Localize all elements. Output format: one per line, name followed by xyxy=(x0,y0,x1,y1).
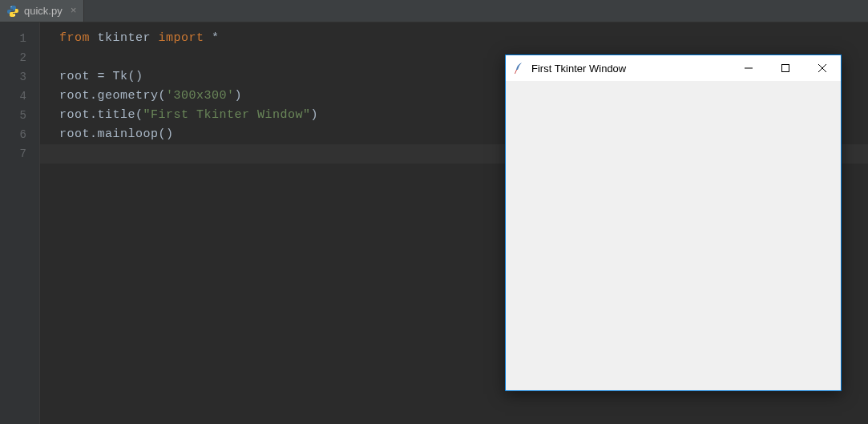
line-number: 7 xyxy=(0,144,26,164)
svg-rect-3 xyxy=(782,65,789,72)
tab-filename: quick.py xyxy=(24,5,63,17)
window-title: First Tkinter Window xyxy=(531,63,730,75)
line-number: 6 xyxy=(0,125,26,144)
tkinter-window-content xyxy=(506,81,841,390)
close-tab-icon[interactable]: × xyxy=(71,5,77,17)
maximize-button[interactable] xyxy=(767,55,804,81)
close-button[interactable] xyxy=(804,55,841,81)
tkinter-feather-icon xyxy=(512,62,525,75)
tab-bar: quick.py × xyxy=(0,0,868,22)
line-number: 3 xyxy=(0,67,26,87)
code-line: from tkinter import * xyxy=(59,29,868,48)
line-number: 2 xyxy=(0,48,26,67)
tkinter-app-window[interactable]: First Tkinter Window xyxy=(505,55,842,391)
python-file-icon xyxy=(6,5,19,18)
minimize-button[interactable] xyxy=(730,55,767,81)
line-number: 1 xyxy=(0,29,26,48)
line-number-gutter: 1 2 3 4 5 6 7 xyxy=(0,22,40,424)
window-controls xyxy=(730,55,841,81)
line-number: 4 xyxy=(0,87,26,106)
file-tab[interactable]: quick.py × xyxy=(0,0,84,22)
svg-point-1 xyxy=(14,14,14,15)
svg-point-0 xyxy=(10,6,11,6)
window-titlebar[interactable]: First Tkinter Window xyxy=(506,55,841,81)
line-number: 5 xyxy=(0,106,26,125)
